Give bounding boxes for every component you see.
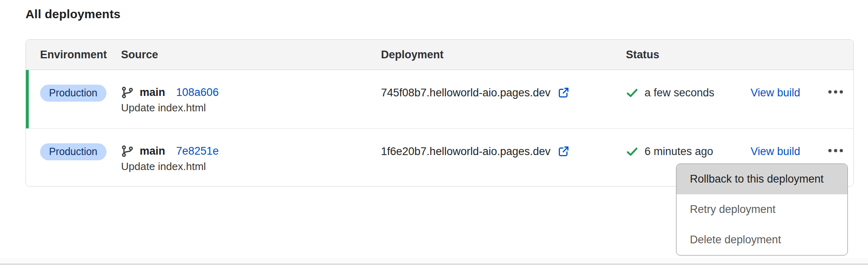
- view-build-link[interactable]: View build: [751, 145, 800, 157]
- deployment-cell: 1f6e20b7.helloworld-aio.pages.dev: [381, 129, 626, 186]
- external-link-icon[interactable]: [557, 145, 570, 158]
- environment-cell: Production: [40, 70, 121, 128]
- column-header-deployment: Deployment: [381, 49, 626, 61]
- environment-badge: Production: [40, 143, 106, 160]
- git-branch-icon: [121, 145, 134, 157]
- deployment-row: Production main 108a606 Update index.htm…: [26, 70, 853, 129]
- branch-name: main: [140, 144, 165, 159]
- menu-item-delete[interactable]: Delete deployment: [677, 225, 847, 255]
- deployment-url: 745f08b7.helloworld-aio.pages.dev: [381, 85, 551, 100]
- status-cell: a few seconds: [626, 70, 751, 128]
- branch-name: main: [140, 85, 165, 100]
- deployment-time: a few seconds: [645, 85, 715, 100]
- view-build-link[interactable]: View build: [751, 87, 800, 99]
- active-deployment-indicator: [26, 70, 29, 128]
- environment-badge: Production: [40, 85, 106, 102]
- deployment-time: 6 minutes ago: [645, 144, 713, 159]
- commit-message: Update index.html: [121, 159, 381, 174]
- success-check-icon: [626, 87, 638, 99]
- page-title: All deployments: [26, 7, 121, 21]
- column-header-environment: Environment: [40, 49, 121, 61]
- row-actions-cell: [823, 70, 853, 128]
- ellipsis-icon[interactable]: [823, 149, 848, 152]
- page-bottom-divider: [0, 258, 868, 265]
- success-check-icon: [626, 145, 638, 158]
- deployment-url: 1f6e20b7.helloworld-aio.pages.dev: [381, 144, 551, 159]
- commit-link[interactable]: 7e8251e: [176, 144, 219, 159]
- column-header-source: Source: [121, 49, 381, 61]
- menu-item-rollback[interactable]: Rollback to this deployment: [677, 164, 847, 194]
- deployment-cell: 745f08b7.helloworld-aio.pages.dev: [381, 70, 626, 128]
- menu-item-retry[interactable]: Retry deployment: [677, 194, 847, 225]
- commit-link[interactable]: 108a606: [176, 85, 219, 100]
- ellipsis-icon[interactable]: [823, 90, 848, 94]
- source-cell: main 7e8251e Update index.html: [121, 129, 381, 186]
- commit-message: Update index.html: [121, 100, 381, 115]
- source-cell: main 108a606 Update index.html: [121, 70, 381, 128]
- environment-cell: Production: [40, 129, 121, 186]
- external-link-icon[interactable]: [557, 87, 570, 100]
- column-header-status: Status: [626, 49, 751, 61]
- table-header-row: Environment Source Deployment Status: [26, 40, 853, 70]
- context-menu: Rollback to this deployment Retry deploy…: [676, 164, 848, 255]
- git-branch-icon: [121, 86, 134, 99]
- view-build-cell: View build: [751, 70, 823, 128]
